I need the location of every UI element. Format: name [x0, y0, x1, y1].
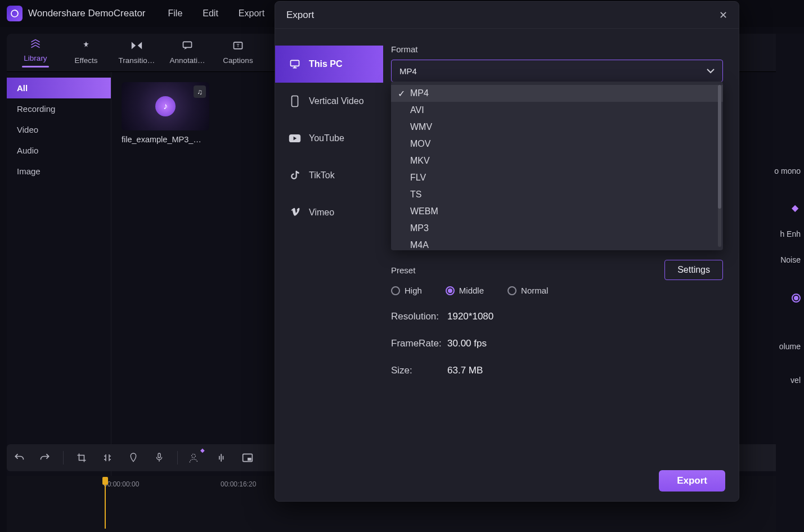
format-option[interactable]: MOV [391, 136, 723, 152]
target-label: Vimeo [309, 208, 334, 218]
properties-panel: o mono ◆ h Enh Noise olume vel [776, 34, 804, 532]
format-option[interactable]: MKV [391, 152, 723, 169]
target-youtube[interactable]: YouTube [275, 120, 383, 157]
size-label: Size: [391, 365, 447, 376]
export-modal: Export ✕ This PC Vertical Video YouTube … [275, 1, 739, 502]
tab-label: Captions [223, 56, 253, 65]
menu-file[interactable]: File [168, 8, 183, 19]
radio-icon [391, 286, 400, 295]
svg-rect-7 [248, 458, 251, 461]
audio-wave-icon[interactable] [214, 450, 230, 466]
format-option[interactable]: FLV [391, 169, 723, 186]
audio-badge-icon: ♫ [194, 85, 206, 98]
youtube-icon [289, 132, 301, 145]
tab-transitions[interactable]: Transitio… [111, 40, 162, 65]
format-option[interactable]: TS [391, 186, 723, 203]
target-label: TikTok [309, 170, 335, 181]
preset-middle[interactable]: Middle [446, 286, 484, 295]
resolution-value: 1920*1080 [447, 311, 493, 322]
modal-footer: Export [275, 461, 739, 501]
format-option[interactable]: MP4 [391, 85, 723, 102]
media-filename: file_example_MP3_… [122, 135, 209, 144]
svg-rect-4 [158, 453, 160, 458]
prop-text: vel [790, 376, 801, 385]
close-icon[interactable]: ✕ [719, 9, 727, 21]
pip-icon[interactable] [240, 450, 255, 466]
format-option[interactable]: M4A [391, 237, 723, 250]
library-icon [10, 38, 61, 52]
vimeo-icon [289, 206, 301, 219]
target-label: YouTube [309, 133, 344, 143]
target-vertical-video[interactable]: Vertical Video [275, 83, 383, 120]
prop-text: h Enh [780, 229, 801, 238]
prop-text: olume [779, 342, 801, 351]
redo-icon[interactable] [37, 450, 53, 466]
timecode-start: 00:00:00:00 [104, 480, 139, 488]
preset-label: Preset [391, 265, 415, 275]
monitor-icon [289, 58, 301, 70]
menu-edit[interactable]: Edit [203, 8, 218, 19]
tab-library[interactable]: Library [10, 38, 61, 67]
sidebar-item-video[interactable]: Video [7, 119, 111, 140]
radio-icon [507, 286, 516, 295]
modal-header: Export ✕ [275, 2, 739, 29]
transitions-icon [111, 40, 162, 54]
tab-annotations[interactable]: Annotati… [162, 40, 213, 65]
target-this-pc[interactable]: This PC [275, 46, 383, 83]
target-vimeo[interactable]: Vimeo [275, 194, 383, 231]
diamond-icon: ◆ [792, 202, 798, 213]
target-label: This PC [309, 59, 343, 69]
preset-high[interactable]: High [391, 286, 422, 295]
dropdown-scrollbar-thumb[interactable] [718, 85, 721, 209]
marker-icon[interactable] [125, 450, 141, 466]
undo-icon[interactable] [11, 450, 27, 466]
radio-icon [446, 286, 455, 295]
crop-icon[interactable] [74, 450, 89, 466]
playhead[interactable] [102, 477, 108, 485]
target-tiktok[interactable]: TikTok [275, 157, 383, 194]
app-logo [7, 6, 23, 21]
export-settings: Format MP4 MP4 AVI WMV MOV MKV FLV TS WE… [383, 29, 739, 461]
format-option[interactable]: MP3 [391, 220, 723, 237]
radio-on-icon[interactable] [792, 294, 801, 305]
format-value: MP4 [399, 66, 417, 76]
settings-button[interactable]: Settings [664, 260, 723, 280]
preset-normal[interactable]: Normal [507, 286, 548, 295]
annotations-icon [162, 40, 213, 54]
sidebar-item-audio[interactable]: Audio [7, 140, 111, 161]
modal-title: Export [286, 10, 314, 21]
tab-effects[interactable]: Effects [61, 40, 111, 65]
microphone-icon[interactable] [151, 450, 167, 466]
svg-rect-9 [292, 96, 298, 107]
format-option[interactable]: WEBM [391, 203, 723, 220]
tab-captions[interactable]: T Captions [213, 40, 263, 65]
format-option[interactable]: AVI [391, 102, 723, 119]
sidebar-item-all[interactable]: All [7, 78, 111, 98]
menu-export[interactable]: Export [239, 8, 264, 19]
tiktok-icon [289, 169, 301, 182]
media-thumbnail: ♪ ♫ [122, 82, 209, 130]
tab-label: Library [24, 54, 47, 62]
sidebar-item-image[interactable]: Image [7, 161, 111, 182]
framerate-label: FrameRate: [391, 338, 447, 349]
media-item[interactable]: ♪ ♫ file_example_MP3_… [122, 82, 209, 144]
format-label: Format [391, 44, 723, 54]
resolution-label: Resolution: [391, 311, 447, 322]
export-button[interactable]: Export [659, 470, 725, 492]
effects-icon [61, 40, 111, 54]
tab-label: Annotati… [169, 56, 205, 65]
preset-radios: High Middle Normal [391, 286, 723, 295]
svg-point-5 [192, 454, 196, 458]
format-dropdown: MP4 AVI WMV MOV MKV FLV TS WEBM MP3 M4A [391, 82, 723, 250]
target-label: Vertical Video [309, 96, 364, 106]
framerate-value: 30.00 fps [447, 338, 487, 349]
format-option[interactable]: WMV [391, 119, 723, 136]
svg-text:T: T [236, 43, 239, 48]
tab-label: Transitio… [119, 56, 155, 65]
ai-person-icon[interactable]: ◆ [188, 450, 204, 466]
format-select[interactable]: MP4 [391, 60, 723, 82]
sidebar-item-recording[interactable]: Recording [7, 98, 111, 119]
split-icon[interactable] [100, 450, 115, 466]
music-note-icon: ♪ [155, 96, 176, 116]
prop-text: Noise [780, 255, 801, 264]
